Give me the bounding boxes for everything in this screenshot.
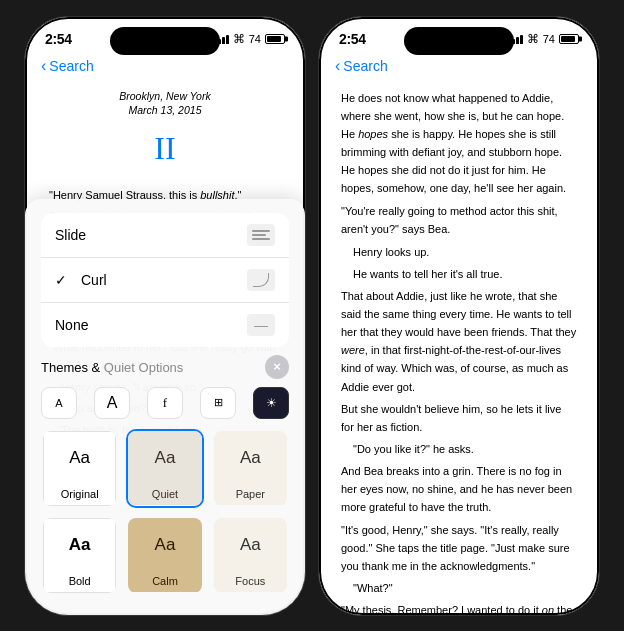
transition-slide[interactable]: Slide bbox=[41, 213, 289, 258]
right-para-1: He does not know what happened to Addie,… bbox=[341, 89, 577, 198]
theme-focus-card[interactable]: Aa Focus bbox=[212, 516, 289, 595]
right-para-4: He wants to tell her it's all true. bbox=[341, 265, 577, 283]
quiet-options-label: Quiet Options bbox=[104, 360, 184, 375]
theme-focus-name: Focus bbox=[214, 572, 287, 592]
slide-line-3 bbox=[252, 238, 270, 240]
theme-paper-preview: Aa bbox=[214, 431, 287, 485]
chapter-number: II bbox=[49, 122, 281, 175]
themes-header: Themes & Quiet Options × bbox=[41, 355, 289, 379]
phones-container: 2:54 ⌘ 74 ‹ Search bbox=[24, 16, 600, 616]
theme-paper-name: Paper bbox=[214, 485, 287, 505]
transition-none[interactable]: None — bbox=[41, 303, 289, 347]
none-icon: — bbox=[247, 314, 275, 336]
left-nav-bar: ‹ Search bbox=[25, 55, 305, 81]
theme-bold-preview: Aa bbox=[43, 518, 116, 572]
themes-title: Themes & Quiet Options bbox=[41, 358, 183, 376]
theme-bold-name: Bold bbox=[43, 572, 116, 593]
brightness-button[interactable]: ☀ bbox=[253, 387, 289, 419]
right-para-8: And Bea breaks into a grin. There is no … bbox=[341, 462, 577, 516]
theme-quiet-name: Quiet bbox=[128, 485, 201, 505]
brightness-icon: ☀ bbox=[266, 396, 277, 410]
back-chevron-icon: ‹ bbox=[41, 57, 46, 75]
right-time: 2:54 bbox=[339, 31, 366, 47]
right-phone: 2:54 ⌘ 74 ‹ Search bbox=[318, 16, 600, 616]
layout-button[interactable]: ⊞ bbox=[200, 387, 236, 419]
right-status-icons: ⌘ 74 bbox=[508, 32, 579, 46]
overlay-panel: Slide ✓ Curl bbox=[25, 199, 305, 615]
options-row: A A f ⊞ ☀ bbox=[41, 387, 289, 419]
back-label: Search bbox=[49, 58, 93, 74]
left-status-icons: ⌘ 74 bbox=[214, 32, 285, 46]
slide-lines bbox=[252, 230, 270, 240]
transition-none-label: None bbox=[55, 317, 88, 333]
left-phone: 2:54 ⌘ 74 ‹ Search bbox=[24, 16, 306, 616]
curl-shape bbox=[253, 273, 269, 287]
transition-curl-label: Curl bbox=[81, 272, 107, 288]
transition-slide-label: Slide bbox=[55, 227, 86, 243]
book-header: Brooklyn, New YorkMarch 13, 2015 II bbox=[49, 89, 281, 175]
slide-icon bbox=[247, 224, 275, 246]
book-location: Brooklyn, New YorkMarch 13, 2015 bbox=[49, 89, 281, 118]
right-back-button[interactable]: ‹ Search bbox=[335, 57, 388, 75]
close-icon: × bbox=[273, 359, 281, 374]
right-para-10: "What?" bbox=[341, 579, 577, 597]
right-para-11: "My thesis. Remember? I wanted to do it … bbox=[341, 601, 577, 615]
theme-paper-card[interactable]: Aa Paper bbox=[212, 429, 289, 508]
battery-fill bbox=[267, 36, 281, 42]
themes-label: Themes & bbox=[41, 360, 104, 375]
close-button[interactable]: × bbox=[265, 355, 289, 379]
font-decrease-button[interactable]: A bbox=[41, 387, 77, 419]
right-para-2: "You're really going to method actor thi… bbox=[341, 202, 577, 238]
theme-calm-card[interactable]: Aa Calm bbox=[126, 516, 203, 595]
right-signal-bar-3 bbox=[516, 37, 519, 44]
none-dash: — bbox=[254, 317, 268, 333]
right-para-7: "Do you like it?" he asks. bbox=[341, 440, 577, 458]
font-large-label: A bbox=[107, 394, 118, 412]
theme-original-preview: Aa bbox=[43, 431, 116, 485]
right-para-9: "It's good, Henry," she says. "It's real… bbox=[341, 521, 577, 575]
theme-original-card[interactable]: Aa Original bbox=[41, 429, 118, 508]
back-button[interactable]: ‹ Search bbox=[41, 57, 94, 75]
slide-line-2 bbox=[252, 234, 266, 236]
theme-bold-card[interactable]: Aa Bold bbox=[41, 516, 118, 595]
right-back-chevron-icon: ‹ bbox=[335, 57, 340, 75]
font-style-button[interactable]: f bbox=[147, 387, 183, 419]
slide-line-1 bbox=[252, 230, 270, 232]
font-serif-icon: f bbox=[163, 395, 167, 411]
theme-original-name: Original bbox=[43, 485, 116, 506]
theme-quiet-card[interactable]: Aa Quiet bbox=[126, 429, 203, 508]
theme-focus-preview: Aa bbox=[214, 518, 287, 572]
right-battery-fill bbox=[561, 36, 575, 42]
battery-icon bbox=[265, 34, 285, 44]
signal-bar-4 bbox=[226, 35, 229, 44]
right-para-6: But she wouldn't believe him, so he lets… bbox=[341, 400, 577, 436]
right-signal-bar-4 bbox=[520, 35, 523, 44]
transition-curl[interactable]: ✓ Curl bbox=[41, 258, 289, 303]
left-time: 2:54 bbox=[45, 31, 72, 47]
wifi-icon: ⌘ bbox=[233, 32, 245, 46]
font-small-label: A bbox=[55, 397, 62, 409]
theme-calm-preview: Aa bbox=[128, 518, 201, 572]
layout-icon: ⊞ bbox=[214, 396, 223, 409]
themes-grid: Aa Original Aa Quiet Aa Paper Aa Bold Aa bbox=[41, 429, 289, 595]
curl-icon bbox=[247, 269, 275, 291]
transition-options: Slide ✓ Curl bbox=[41, 213, 289, 347]
dynamic-island bbox=[110, 27, 220, 55]
check-icon: ✓ bbox=[55, 272, 67, 288]
right-dynamic-island bbox=[404, 27, 514, 55]
right-para-5: That about Addie, just like he wrote, th… bbox=[341, 287, 577, 396]
right-nav-bar: ‹ Search bbox=[319, 55, 599, 81]
battery-label: 74 bbox=[249, 33, 261, 45]
right-para-3: Henry looks up. bbox=[341, 243, 577, 261]
theme-calm-name: Calm bbox=[128, 572, 201, 592]
right-book-content: He does not know what happened to Addie,… bbox=[319, 81, 599, 616]
right-battery-label: 74 bbox=[543, 33, 555, 45]
right-battery-icon bbox=[559, 34, 579, 44]
signal-bar-3 bbox=[222, 37, 225, 44]
right-wifi-icon: ⌘ bbox=[527, 32, 539, 46]
theme-quiet-preview: Aa bbox=[128, 431, 201, 485]
font-increase-button[interactable]: A bbox=[94, 387, 130, 419]
right-back-label: Search bbox=[343, 58, 387, 74]
